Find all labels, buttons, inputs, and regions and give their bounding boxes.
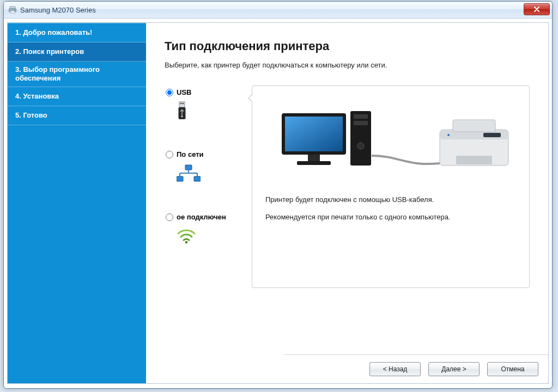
desc-line-2: Рекомендуется при печати только с одного… bbox=[265, 212, 516, 222]
svg-point-3 bbox=[14, 9, 15, 10]
network-icon bbox=[177, 163, 252, 184]
back-button[interactable]: < Назад bbox=[369, 362, 421, 376]
svg-rect-21 bbox=[297, 161, 331, 165]
svg-rect-5 bbox=[180, 103, 181, 104]
svg-rect-24 bbox=[354, 121, 368, 125]
svg-rect-14 bbox=[177, 176, 183, 181]
step-welcome[interactable]: 1. Добро пожаловать! bbox=[8, 23, 146, 42]
option-network-label: По сети bbox=[177, 151, 204, 158]
cancel-button[interactable]: Отмена bbox=[487, 362, 538, 376]
desc-line-1: Принтер будет подключен с помощью USB-ка… bbox=[265, 195, 516, 205]
connection-illustration bbox=[265, 98, 516, 180]
svg-rect-30 bbox=[483, 133, 501, 137]
wizard-footer: < Назад Далее > Отмена bbox=[284, 354, 548, 383]
titlebar: Samsung M2070 Series bbox=[4, 2, 552, 19]
usb-icon bbox=[177, 101, 252, 121]
svg-rect-19 bbox=[285, 117, 343, 151]
connection-preview-panel: Принтер будет подключен с помощью USB-ка… bbox=[252, 85, 530, 288]
main-panel: Тип подключения принтера Выберите, как п… bbox=[146, 23, 548, 383]
wizard-sidebar: 1. Добро пожаловать! 2. Поиск принтеров … bbox=[8, 23, 146, 383]
installer-window: Samsung M2070 Series 1. Добро пожаловать… bbox=[3, 1, 553, 389]
client-area: 1. Добро пожаловать! 2. Поиск принтеров … bbox=[7, 22, 549, 384]
connection-options: USB bbox=[165, 85, 252, 246]
printer-app-icon bbox=[8, 5, 17, 14]
radio-network[interactable] bbox=[166, 151, 173, 158]
svg-rect-6 bbox=[183, 103, 184, 104]
radio-wireless[interactable] bbox=[166, 213, 173, 221]
svg-rect-0 bbox=[10, 7, 15, 9]
wifi-icon bbox=[177, 225, 252, 246]
svg-point-16 bbox=[185, 241, 188, 244]
option-usb-label: USB bbox=[177, 89, 191, 96]
svg-rect-29 bbox=[456, 156, 492, 164]
next-button[interactable]: Далее > bbox=[428, 362, 480, 376]
close-button[interactable] bbox=[524, 3, 550, 15]
option-wireless[interactable]: ое подключен bbox=[165, 213, 252, 246]
svg-point-8 bbox=[181, 116, 183, 118]
svg-rect-2 bbox=[10, 11, 15, 13]
svg-rect-9 bbox=[185, 165, 192, 170]
radio-usb[interactable] bbox=[166, 89, 173, 96]
svg-rect-15 bbox=[194, 176, 201, 181]
option-wireless-label: ое подключен bbox=[177, 213, 226, 221]
svg-point-25 bbox=[357, 143, 364, 149]
svg-rect-28 bbox=[453, 120, 495, 132]
window-title: Samsung M2070 Series bbox=[20, 6, 96, 14]
svg-rect-22 bbox=[350, 111, 371, 166]
step-software-selection[interactable]: 3. Выбор программного обеспечения bbox=[8, 62, 146, 87]
option-usb[interactable]: USB bbox=[165, 89, 252, 121]
option-network[interactable]: По сети bbox=[165, 151, 252, 183]
step-done[interactable]: 5. Готово bbox=[8, 106, 146, 125]
svg-rect-23 bbox=[354, 114, 368, 119]
connection-description: Принтер будет подключен с помощью USB-ка… bbox=[265, 195, 516, 222]
page-subtitle: Выберите, как принтер будет подключаться… bbox=[165, 61, 530, 69]
step-install[interactable]: 4. Установка bbox=[8, 87, 146, 106]
svg-point-31 bbox=[447, 134, 450, 136]
step-search-printers[interactable]: 2. Поиск принтеров bbox=[8, 42, 146, 62]
svg-rect-20 bbox=[308, 155, 320, 161]
svg-rect-4 bbox=[179, 102, 185, 107]
page-heading: Тип подключения принтера bbox=[165, 39, 530, 53]
